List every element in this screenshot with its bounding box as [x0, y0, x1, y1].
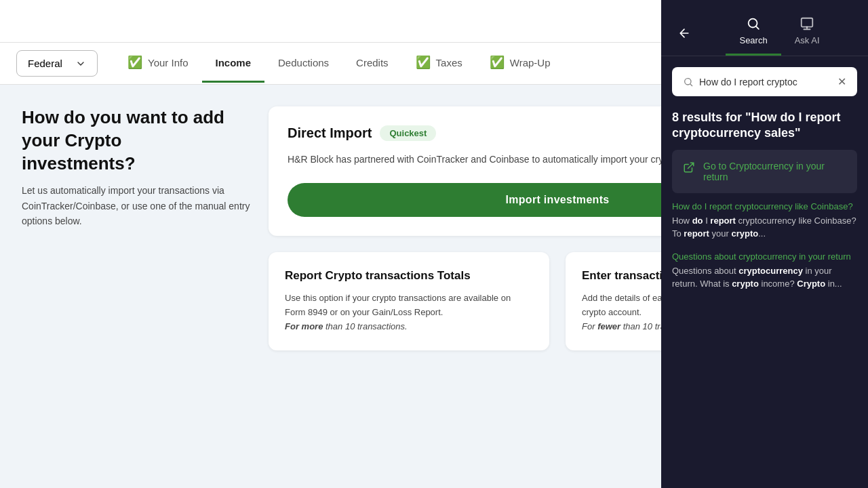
panel-tabs: Search Ask AI — [702, 11, 857, 56]
federal-label: Federal — [28, 58, 62, 69]
page-subtitle: Let us automatically import your transac… — [22, 183, 252, 228]
result-link-1[interactable]: How do I report cryptocurrency like Coin… — [672, 201, 857, 211]
search-box-area: ✕ — [661, 56, 868, 107]
search-results-area: 8 results for "How do I report cryptocur… — [661, 107, 868, 488]
arrow-left-icon — [677, 26, 691, 40]
left-panel: How do you want to add your Crypto inves… — [22, 106, 252, 350]
check-icon-taxes: ✅ — [416, 55, 431, 70]
tab-your-info-label: Your Info — [148, 57, 189, 68]
report-crypto-title: Report Crypto transactions Totals — [285, 268, 533, 283]
result-text-1: How do I report cryptocurrency like Coin… — [672, 214, 857, 241]
search-panel: Search Ask AI ✕ 8 results for "How do I … — [661, 0, 868, 488]
result-list: How do I report cryptocurrency like Coin… — [661, 201, 868, 291]
tab-ask-ai[interactable]: Ask AI — [781, 11, 833, 56]
tab-credits[interactable]: Credits — [342, 45, 402, 83]
tab-wrap-up[interactable]: ✅ Wrap-Up — [476, 43, 564, 84]
tab-ask-ai-label: Ask AI — [795, 35, 820, 45]
ask-ai-icon — [800, 16, 814, 31]
featured-result-link[interactable]: Go to Cryptocurrency in your return — [703, 161, 846, 182]
tab-taxes[interactable]: ✅ Taxes — [402, 43, 476, 84]
tab-search-label: Search — [739, 35, 767, 45]
tab-income-label: Income — [216, 57, 252, 68]
panel-header: Search Ask AI — [661, 0, 868, 56]
tab-deductions[interactable]: Deductions — [264, 45, 342, 83]
tab-income[interactable]: Income — [202, 45, 265, 83]
result-text-2: Questions about cryptocurrency in your r… — [672, 264, 857, 291]
search-tab-icon — [746, 16, 761, 31]
tab-search[interactable]: Search — [726, 11, 781, 56]
back-button[interactable] — [672, 21, 696, 45]
quickest-badge: Quickest — [380, 125, 436, 141]
tab-taxes-label: Taxes — [436, 57, 462, 68]
tab-credits-label: Credits — [356, 57, 389, 68]
search-clear-button[interactable]: ✕ — [837, 75, 846, 88]
report-crypto-desc: Use this option if your crypto transacti… — [285, 291, 533, 333]
tab-deductions-label: Deductions — [278, 57, 329, 68]
search-icon — [683, 77, 694, 87]
federal-dropdown[interactable]: Federal — [16, 50, 98, 77]
tab-wrap-up-label: Wrap-Up — [510, 57, 551, 68]
search-input[interactable] — [699, 77, 832, 87]
page-title: How do you want to add your Crypto inves… — [22, 106, 239, 175]
check-icon-wrap-up: ✅ — [490, 55, 505, 70]
report-crypto-note: For more than 10 transactions. — [285, 321, 408, 331]
search-input-wrap: ✕ — [672, 67, 857, 96]
chevron-down-icon — [75, 58, 86, 69]
check-icon-your-info: ✅ — [127, 55, 142, 70]
result-item-1: How do I report cryptocurrency like Coin… — [672, 201, 857, 241]
report-crypto-card: Report Crypto transactions Totals Use th… — [269, 252, 549, 350]
result-link-2[interactable]: Questions about cryptocurrency in your r… — [672, 251, 857, 262]
external-link-icon — [683, 161, 695, 177]
svg-rect-4 — [802, 18, 813, 27]
direct-import-title: Direct Import — [288, 125, 372, 141]
result-item-2: Questions about cryptocurrency in your r… — [672, 251, 857, 291]
results-heading: 8 results for "How do I report cryptocur… — [661, 107, 868, 150]
tab-your-info[interactable]: ✅ Your Info — [114, 43, 202, 84]
featured-result[interactable]: Go to Cryptocurrency in your return — [672, 150, 857, 193]
